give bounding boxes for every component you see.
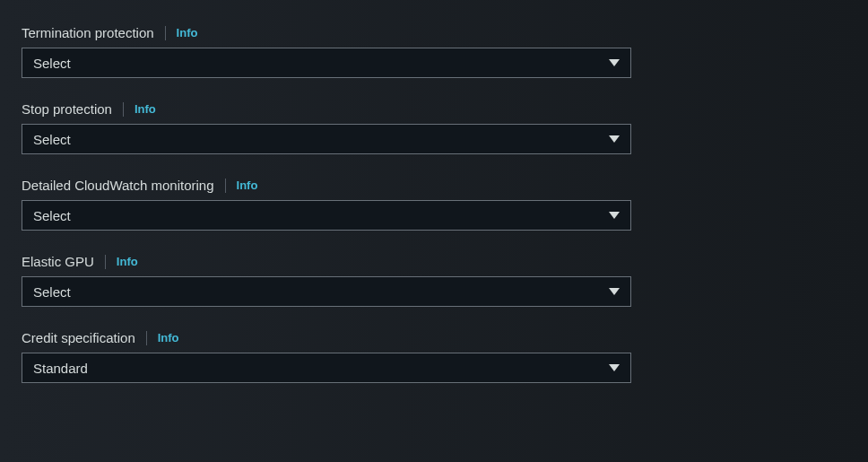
stop-protection-label: Stop protection [22,101,112,117]
select-value: Select [33,284,71,300]
termination-protection-select[interactable]: Select [22,48,631,78]
elastic-gpu-label: Elastic GPU [22,254,94,269]
label-row: Elastic GPU Info [22,254,846,269]
info-link[interactable]: Info [177,26,198,39]
elastic-gpu-group: Elastic GPU Info Select [22,254,846,307]
label-divider [225,179,226,193]
info-link[interactable]: Info [158,331,179,344]
select-value: Standard [33,361,88,376]
stop-protection-group: Stop protection Info Select [22,101,846,154]
label-row: Termination protection Info [22,25,846,40]
label-row: Detailed CloudWatch monitoring Info [22,178,846,193]
chevron-down-icon [609,212,620,219]
info-link[interactable]: Info [237,179,258,192]
label-divider [105,255,106,269]
info-link[interactable]: Info [117,255,138,268]
credit-specification-label: Credit specification [22,330,135,345]
select-value: Select [33,132,71,147]
label-row: Stop protection Info [22,101,846,117]
select-value: Select [33,56,71,71]
info-link[interactable]: Info [135,102,156,116]
chevron-down-icon [609,364,620,371]
label-row: Credit specification Info [22,330,846,345]
label-divider [123,102,124,117]
termination-protection-label: Termination protection [22,25,154,40]
cloudwatch-monitoring-select[interactable]: Select [22,200,631,231]
credit-specification-select[interactable]: Standard [22,353,631,383]
elastic-gpu-select[interactable]: Select [22,276,631,307]
label-divider [146,331,147,345]
select-value: Select [33,208,71,223]
chevron-down-icon [609,288,620,295]
chevron-down-icon [609,59,620,66]
credit-specification-group: Credit specification Info Standard [22,330,846,383]
cloudwatch-monitoring-label: Detailed CloudWatch monitoring [22,178,214,193]
cloudwatch-monitoring-group: Detailed CloudWatch monitoring Info Sele… [22,178,846,231]
stop-protection-select[interactable]: Select [22,124,631,154]
termination-protection-group: Termination protection Info Select [22,25,846,78]
chevron-down-icon [609,135,620,143]
label-divider [165,26,166,40]
